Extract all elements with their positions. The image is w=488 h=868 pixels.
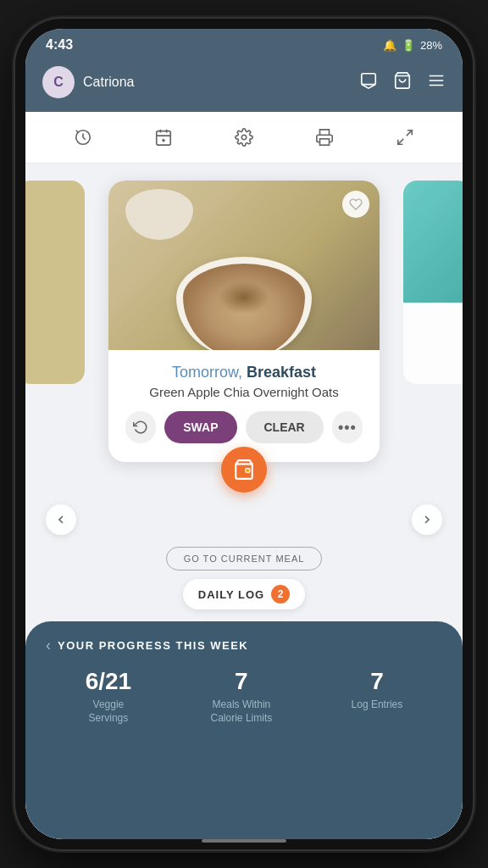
avatar[interactable]: C: [42, 66, 75, 98]
add-to-basket-button[interactable]: [221, 447, 267, 492]
progress-back-icon[interactable]: ‹: [46, 637, 51, 654]
side-card-teal-image: [403, 181, 463, 303]
print-toolbar-icon[interactable]: [309, 122, 340, 153]
svg-line-14: [407, 131, 412, 136]
progress-section: ‹ YOUR PROGRESS THIS WEEK 6/21 VeggieSer…: [25, 621, 463, 839]
next-meal-button[interactable]: [412, 504, 442, 535]
battery-icon: 🔋: [402, 39, 415, 52]
go-current-meal-container: GO TO CURRENT MEAL: [166, 547, 323, 570]
header-icons: [359, 71, 446, 94]
svg-line-15: [398, 139, 403, 144]
stat-log-value: 7: [352, 668, 403, 695]
stat-meals-value: 7: [211, 668, 273, 695]
stat-veggie-value: 6/21: [86, 668, 132, 695]
menu-icon[interactable]: [427, 71, 446, 94]
basket-icon[interactable]: [393, 71, 412, 94]
progress-header: ‹ YOUR PROGRESS THIS WEEK: [46, 637, 442, 654]
phone-screen: 4:43 🔔 🔋 28% C Catriona: [25, 29, 463, 839]
refresh-button[interactable]: [125, 411, 156, 443]
progress-title: YOUR PROGRESS THIS WEEK: [58, 639, 248, 652]
nav-arrows: [25, 496, 463, 543]
main-content: Tomorrow, Breakfast Green Apple Chia Ove…: [25, 164, 463, 839]
message-icon[interactable]: [359, 71, 378, 94]
stat-meals: 7 Meals WithinCalorie Limits: [211, 668, 273, 725]
meal-actions: SWAP CLEAR •••: [125, 411, 363, 443]
side-card-right: [403, 181, 463, 384]
status-bar: 4:43 🔔 🔋 28%: [25, 29, 463, 58]
clear-button[interactable]: CLEAR: [246, 411, 324, 443]
meal-card-area: Tomorrow, Breakfast Green Apple Chia Ove…: [25, 164, 463, 462]
side-card-left: [25, 181, 85, 384]
phone-frame: 4:43 🔔 🔋 28% C Catriona: [15, 19, 473, 849]
meal-type: Breakfast: [247, 364, 316, 381]
header: C Catriona: [25, 58, 463, 112]
add-button-container: [221, 447, 267, 492]
svg-rect-6: [157, 131, 171, 146]
go-current-meal-button[interactable]: GO TO CURRENT MEAL: [166, 547, 323, 570]
meal-image: [108, 181, 380, 350]
svg-rect-0: [362, 73, 376, 84]
svg-point-12: [241, 135, 247, 140]
more-button[interactable]: •••: [332, 411, 363, 443]
status-icons: 🔔 🔋 28%: [383, 39, 442, 52]
meal-timing: Tomorrow, Breakfast: [125, 364, 363, 381]
history-toolbar-icon[interactable]: [68, 122, 98, 153]
bowl-inner: [183, 264, 305, 350]
progress-stats: 6/21 VeggieServings 7 Meals WithinCalori…: [46, 668, 442, 725]
toolbar: [25, 112, 463, 164]
expand-toolbar-icon[interactable]: [390, 122, 420, 153]
meal-timing-text: Tomorrow,: [172, 364, 247, 381]
battery-percent: 28%: [420, 39, 442, 52]
second-bowl: [125, 189, 193, 240]
bowl-spice: [219, 281, 269, 314]
stat-log-label: Log Entries: [352, 698, 403, 712]
meal-info: Tomorrow, Breakfast Green Apple Chia Ove…: [108, 350, 380, 462]
signal-icon: 🔔: [383, 39, 396, 52]
meal-name: Green Apple Chia Overnight Oats: [125, 385, 363, 399]
bowl-outer: [176, 257, 312, 350]
stat-veggie-label: VeggieServings: [86, 698, 132, 725]
stat-log: 7 Log Entries: [352, 668, 403, 725]
favorite-button[interactable]: [342, 191, 369, 218]
status-time: 4:43: [46, 37, 73, 53]
swap-button[interactable]: SWAP: [164, 411, 236, 443]
calendar-add-toolbar-icon[interactable]: [148, 122, 179, 153]
meal-card: Tomorrow, Breakfast Green Apple Chia Ove…: [108, 181, 380, 462]
stat-veggie: 6/21 VeggieServings: [86, 668, 132, 725]
daily-log-badge[interactable]: DAILY LOG 2: [183, 579, 305, 609]
daily-log-count: 2: [271, 585, 290, 604]
stat-meals-label: Meals WithinCalorie Limits: [211, 698, 273, 725]
settings-toolbar-icon[interactable]: [229, 122, 259, 153]
svg-rect-13: [320, 139, 330, 145]
daily-log-section: DAILY LOG 2: [25, 579, 463, 609]
user-name: Catriona: [83, 75, 351, 90]
daily-log-label: DAILY LOG: [198, 588, 264, 601]
prev-meal-button[interactable]: [46, 504, 76, 535]
